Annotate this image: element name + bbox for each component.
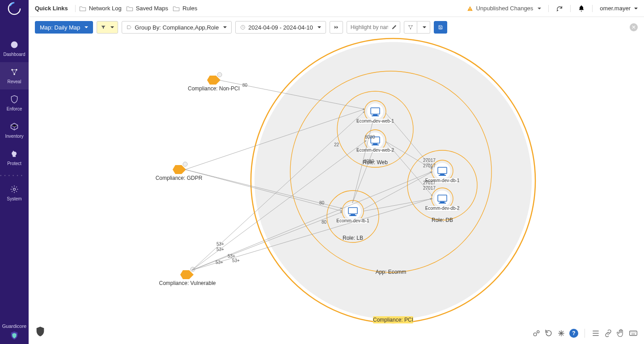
highlight-field-wrap	[347, 21, 400, 34]
svg-rect-5	[470, 9, 470, 10]
close-panel-button[interactable]: ✕	[630, 23, 638, 31]
sidebar-brand-label: Guardicore	[2, 323, 26, 331]
shield-icon	[10, 95, 19, 104]
svg-rect-59	[630, 331, 637, 336]
sidebar-item-enforce[interactable]: Enforce	[0, 89, 29, 117]
svg-text:53+: 53+	[232, 258, 240, 263]
group-gdpr-label: Compliance: GDPR	[156, 175, 203, 181]
node-lb1-label: Ecomm-dev-lb-1	[336, 218, 369, 223]
brand-logo	[0, 0, 29, 17]
svg-text:53+: 53+	[216, 242, 224, 246]
chevron-down-icon	[110, 26, 114, 28]
layout-dropdown[interactable]	[417, 21, 430, 34]
refresh-icon[interactable]	[556, 5, 563, 12]
svg-text:22: 22	[334, 142, 339, 147]
quicklink-network-log[interactable]: Network Log	[79, 5, 122, 12]
group-by-dropdown[interactable]: Group By: Compliance,App,Role	[122, 21, 232, 34]
separator	[585, 329, 585, 338]
gear-icon	[10, 185, 19, 194]
warning-icon	[467, 5, 473, 12]
map-select-dropdown[interactable]: Map: Daily Map	[35, 21, 93, 34]
svg-text:27017: 27017	[423, 158, 436, 163]
graph-icon	[408, 25, 413, 30]
topbar-right: Unpublished Changes omer.mayer	[467, 5, 638, 12]
hand-icon[interactable]	[616, 329, 625, 338]
svg-text:8080: 8080	[364, 159, 374, 164]
map-canvas[interactable]: Compliance: PCI App: Ecomm Role: Web Eco…	[29, 38, 644, 344]
link-icon[interactable]	[604, 329, 613, 338]
layout-button[interactable]	[404, 21, 417, 34]
ring-compliance-label: Compliance: PCI	[373, 317, 413, 323]
svg-rect-4	[470, 8, 470, 9]
unpublished-changes-dropdown[interactable]: Unpublished Changes	[467, 5, 541, 12]
ring-app-label: App: Ecomm	[376, 269, 407, 275]
help-icon[interactable]: ?	[569, 329, 578, 338]
folder-icon	[126, 5, 133, 12]
filter-icon	[101, 25, 106, 30]
layout-split-button	[404, 21, 430, 34]
svg-text:53+: 53+	[216, 260, 223, 265]
canvas-tool-strip: ?	[532, 329, 638, 338]
reveal-icon	[10, 68, 19, 76]
chevron-down-icon	[423, 26, 426, 28]
sidebar-item-protect[interactable]: Protect	[0, 144, 29, 171]
chess-icon	[10, 149, 19, 158]
sidebar-item-inventory[interactable]: Inventory	[0, 117, 29, 144]
ring-role-db-label: Role: DB	[432, 217, 453, 223]
filter-button[interactable]	[97, 21, 118, 34]
map-toolbar: Map: Daily Map Group By: Compliance,App,…	[29, 17, 644, 38]
save-icon	[438, 25, 443, 30]
dashboard-icon	[10, 40, 19, 49]
fast-forward-icon	[334, 25, 339, 30]
folder-icon	[173, 5, 180, 12]
separator	[570, 5, 571, 12]
svg-point-18	[337, 91, 413, 167]
sidebar-item-label: Enforce	[7, 106, 22, 111]
quicklink-label: Saved Maps	[136, 5, 168, 12]
svg-text:80: 80	[322, 220, 327, 225]
keyboard-icon[interactable]	[629, 329, 638, 338]
reset-icon[interactable]	[544, 329, 553, 338]
sidebar-item-dashboard[interactable]: Dashboard	[0, 35, 29, 62]
quicklink-rules[interactable]: Rules	[173, 5, 197, 12]
save-button[interactable]	[434, 21, 447, 34]
svg-text:80: 80	[319, 200, 325, 205]
sidebar-item-reveal[interactable]: Reveal	[0, 62, 29, 89]
topbar: Quick Links Network Log Saved Maps Rules…	[29, 0, 644, 17]
separator	[548, 5, 549, 12]
jump-to-end-button[interactable]	[330, 21, 343, 34]
group-vuln[interactable]	[180, 270, 194, 279]
sidebar: Dashboard Reveal Enforce Inventory Prote…	[0, 0, 29, 344]
sidebar-item-system[interactable]: System	[0, 179, 29, 207]
chevron-down-icon	[223, 26, 227, 28]
separator	[75, 5, 76, 12]
date-range-label: 2024-04-09 - 2024-04-10	[248, 24, 313, 31]
group-vuln-label: Compliance: Vulnerable	[159, 280, 216, 286]
svg-point-58	[537, 331, 539, 333]
security-shield-icon[interactable]	[36, 326, 45, 337]
fit-icon[interactable]	[557, 329, 566, 338]
quicklink-label: Rules	[182, 5, 197, 12]
svg-text:27017: 27017	[423, 186, 436, 191]
gears-icon[interactable]	[532, 329, 541, 338]
svg-point-57	[534, 333, 537, 336]
chevron-down-icon	[318, 26, 321, 28]
date-range-picker[interactable]: 2024-04-09 - 2024-04-10	[235, 21, 326, 34]
quicklink-saved-maps[interactable]: Saved Maps	[126, 5, 168, 12]
pencil-icon[interactable]	[391, 24, 398, 30]
clock-icon	[240, 25, 246, 30]
ring-role-lb-label: Role: LB	[343, 235, 363, 241]
user-menu[interactable]: omer.mayer	[600, 5, 638, 12]
notifications-icon[interactable]	[578, 5, 585, 12]
svg-point-40	[183, 162, 187, 166]
sidebar-item-label: Protect	[7, 161, 21, 166]
group-nonpci-label: Compliance: Non-PCI	[188, 85, 240, 92]
sidebar-item-label: Inventory	[5, 134, 23, 139]
chevron-down-icon	[85, 26, 88, 28]
sidebar-item-label: Reveal	[7, 79, 21, 84]
list-icon[interactable]	[591, 329, 600, 338]
group-nonpci[interactable]	[207, 76, 220, 85]
svg-text:8080: 8080	[365, 135, 375, 140]
label-icon	[127, 25, 132, 30]
group-gdpr[interactable]	[173, 165, 186, 174]
